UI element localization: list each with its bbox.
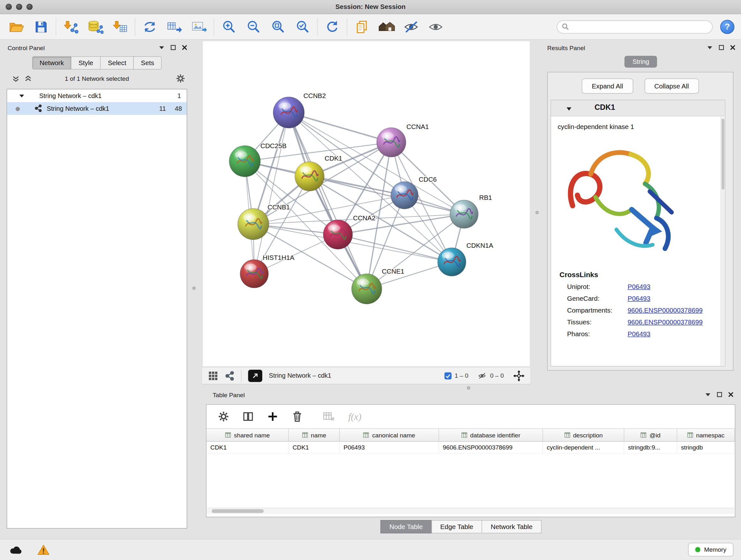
network-edge[interactable] — [338, 235, 452, 262]
open-in-browser-button[interactable] — [248, 369, 262, 382]
scrollbar-thumb[interactable] — [212, 509, 264, 513]
column-header[interactable]: name — [289, 429, 340, 441]
open-session-button[interactable] — [7, 17, 26, 37]
birdseye-grid-icon[interactable] — [208, 370, 219, 381]
network-node[interactable] — [323, 220, 353, 249]
tab-network[interactable]: Network — [32, 56, 71, 69]
splitter-handle[interactable] — [467, 386, 470, 389]
clone-network-button[interactable] — [140, 17, 159, 37]
float-panel-icon[interactable] — [719, 45, 724, 50]
panel-menu-icon[interactable] — [159, 46, 165, 50]
network-node[interactable] — [240, 260, 268, 288]
tab-style[interactable]: Style — [71, 56, 100, 69]
cytoscape-window: Session: New Session — [0, 0, 741, 560]
import-table-icon — [112, 19, 128, 34]
export-image-button[interactable] — [189, 17, 209, 37]
help-button[interactable]: ? — [720, 19, 734, 34]
tab-node-table[interactable]: Node Table — [381, 520, 432, 533]
node-section-header[interactable]: CDK1 — [551, 100, 725, 116]
crosslink-link[interactable]: P06493 — [628, 283, 650, 291]
network-node[interactable] — [352, 273, 382, 304]
network-node[interactable] — [229, 145, 260, 177]
network-node[interactable] — [273, 97, 305, 128]
warnings-button[interactable] — [35, 542, 52, 557]
tab-network-table[interactable]: Network Table — [482, 520, 542, 533]
collapse-all-button[interactable]: Collapse All — [644, 78, 699, 94]
expand-all-button[interactable]: Expand All — [582, 78, 633, 94]
network-node[interactable] — [391, 182, 418, 209]
tab-edge-table[interactable]: Edge Table — [431, 520, 482, 533]
documents-icon — [355, 19, 369, 34]
genemania-button[interactable] — [377, 17, 396, 37]
network-node[interactable] — [450, 200, 478, 228]
network-node[interactable] — [295, 162, 324, 191]
selected-checkbox-icon[interactable] — [444, 372, 452, 380]
hidden-eye-slash-icon[interactable] — [477, 372, 487, 380]
import-network-database-button[interactable] — [85, 17, 105, 37]
zoom-in-button[interactable] — [219, 17, 239, 37]
save-session-button[interactable] — [31, 17, 51, 37]
create-column-plus-icon[interactable] — [267, 411, 279, 422]
hide-annotations-button[interactable] — [401, 17, 421, 37]
copy-document-button[interactable] — [352, 17, 372, 37]
panel-menu-icon[interactable] — [707, 46, 713, 50]
string-share-icon[interactable] — [225, 371, 234, 381]
network-node[interactable] — [377, 128, 406, 157]
delete-column-trash-icon[interactable] — [292, 410, 303, 423]
memory-button[interactable]: Memory — [688, 543, 733, 557]
network-view[interactable]: CCNB2CCNA1CDC25BCDK1CDC6RB1CCNB1CCNA2CDK… — [202, 41, 530, 367]
network-node[interactable] — [238, 208, 269, 240]
tab-select[interactable]: Select — [100, 56, 134, 69]
show-columns-icon[interactable] — [243, 411, 254, 422]
network-node[interactable] — [437, 248, 466, 276]
network-collection-row[interactable]: String Network – cdk1 1 — [7, 89, 187, 102]
close-panel-icon[interactable] — [730, 45, 735, 50]
table-cell[interactable]: CDK1 — [289, 442, 340, 453]
search-box[interactable] — [556, 20, 713, 33]
zoom-selected-button[interactable] — [293, 17, 313, 37]
network-node-label: RB1 — [479, 194, 492, 201]
show-annotations-button[interactable] — [426, 17, 446, 37]
search-input[interactable] — [572, 23, 708, 30]
column-header[interactable]: shared name — [206, 429, 289, 441]
string-results-box: Expand All Collapse All CDK1 cyclin-depe… — [547, 72, 733, 371]
scrollbar-thumb[interactable] — [722, 119, 724, 190]
table-cell[interactable]: CDK1 — [206, 442, 289, 453]
splitter-handle[interactable] — [536, 211, 539, 214]
crosslink-link[interactable]: 9606.ENSP00000378699 — [628, 307, 703, 314]
import-network-file-button[interactable] — [61, 17, 81, 37]
splitter-handle[interactable] — [192, 287, 196, 290]
vertical-scrollbar[interactable] — [721, 117, 725, 366]
float-panel-icon[interactable] — [171, 45, 176, 50]
close-window-button[interactable] — [6, 4, 12, 10]
crosslink-link[interactable]: P06493 — [628, 330, 650, 338]
zoom-out-button[interactable] — [244, 17, 263, 37]
table-settings-gear-icon[interactable] — [218, 411, 229, 422]
column-header[interactable]: canonical name — [340, 429, 439, 441]
zoom-fit-button[interactable] — [268, 17, 288, 37]
network-options-gear-icon[interactable] — [176, 74, 185, 83]
import-table-button[interactable] — [110, 17, 130, 37]
network-canvas[interactable]: CCNB2CCNA1CDC25BCDK1CDC6RB1CCNB1CCNA2CDK… — [203, 41, 530, 367]
tab-sets[interactable]: Sets — [133, 56, 162, 69]
minimize-window-button[interactable] — [16, 4, 22, 10]
tab-string-results[interactable]: String — [624, 56, 657, 68]
crosslink-link[interactable]: P06493 — [628, 295, 650, 302]
network-edge[interactable] — [289, 112, 391, 142]
network-edge[interactable] — [254, 112, 289, 273]
apply-layout-button[interactable] — [322, 17, 342, 37]
section-caret-icon[interactable] — [566, 107, 572, 111]
network-row[interactable]: String Network – cdk1 11 48 — [7, 102, 187, 115]
new-network-from-table-button[interactable] — [164, 17, 184, 37]
network-edge[interactable] — [289, 112, 367, 289]
zoom-window-button[interactable] — [26, 4, 32, 10]
table-cell[interactable]: P06493 — [340, 442, 439, 453]
close-panel-icon[interactable] — [182, 45, 187, 50]
collection-caret-icon[interactable] — [19, 94, 24, 98]
column-header[interactable]: database identifier — [439, 429, 543, 441]
fit-content-crosshair-icon[interactable] — [513, 370, 525, 381]
cloud-services-button[interactable] — [8, 542, 24, 557]
delete-table-icon-disabled — [323, 411, 335, 422]
table-cell[interactable]: 9606.ENSP00000378699 — [439, 442, 543, 453]
crosslink-link[interactable]: 9606.ENSP00000378699 — [628, 318, 703, 326]
